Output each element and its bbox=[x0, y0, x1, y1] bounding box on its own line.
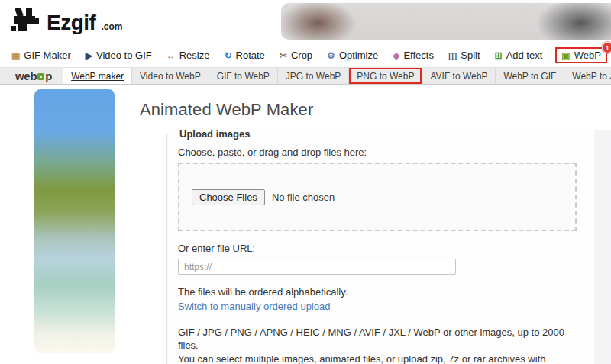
webp-logo-text-p: p bbox=[45, 69, 52, 82]
split-icon: ◫ bbox=[448, 51, 457, 60]
add-text-icon: ⊞ bbox=[495, 51, 503, 60]
nav-item-webp[interactable]: ▣ WebP 1 bbox=[555, 47, 607, 63]
main-nav: ▦ GIF Maker ▶ Video to GIF ↔ Resize ↻ Ro… bbox=[0, 45, 611, 66]
formats-line-1: GIF / JPG / PNG / APNG / HEIC / MNG / AV… bbox=[178, 326, 580, 353]
sidebar-ad-blurred bbox=[34, 89, 115, 353]
tab-jpg-to-webp[interactable]: JPG to WebP bbox=[278, 68, 349, 84]
tab-list: WebP maker Video to WebP GIF to WebP JPG… bbox=[63, 68, 611, 84]
file-dropzone[interactable]: Choose Files No file chosen bbox=[178, 163, 577, 231]
step-1-badge: 1 bbox=[602, 42, 611, 53]
tab-video-to-webp[interactable]: Video to WebP bbox=[132, 68, 209, 84]
url-row: Or enter file URL: bbox=[178, 243, 580, 275]
tab-webp-maker[interactable]: WebP maker bbox=[63, 68, 132, 84]
dropzone-label: Choose, paste, or drag and drop files he… bbox=[178, 147, 580, 158]
switch-order-link[interactable]: Switch to manually ordered upload bbox=[178, 301, 330, 312]
nav-item-crop[interactable]: ✂ Crop bbox=[280, 50, 312, 61]
nav-item-add-text[interactable]: ⊞ Add text bbox=[495, 50, 543, 61]
formats-info: GIF / JPG / PNG / APNG / HEIC / MNG / AV… bbox=[178, 326, 580, 364]
page-title: Animated WebP Maker bbox=[140, 100, 598, 120]
nav-item-effects[interactable]: ◈ Effects bbox=[393, 50, 434, 61]
choose-files-button[interactable]: Choose Files bbox=[192, 189, 265, 205]
formats-line-2: You can select multiple images, animated… bbox=[178, 353, 580, 364]
tab-png-to-webp[interactable]: PNG to WebP bbox=[349, 68, 422, 84]
url-label: Or enter file URL: bbox=[178, 243, 580, 254]
top-banner-ad-blurred bbox=[281, 3, 611, 40]
brand-tld: .com bbox=[101, 21, 122, 34]
resize-icon: ↔ bbox=[166, 51, 176, 60]
webp-logo-text-web: web bbox=[15, 69, 37, 82]
right-gutter bbox=[594, 130, 611, 364]
tab-avif-to-webp[interactable]: AVIF to WebP bbox=[422, 68, 496, 84]
order-note: The files will be ordered alphabetically… bbox=[178, 286, 580, 298]
nav-item-rotate[interactable]: ↻ Rotate bbox=[224, 50, 264, 61]
file-status-text: No file chosen bbox=[272, 192, 335, 203]
webp-icon: ▣ bbox=[561, 51, 570, 60]
tab-webp-to-jpg[interactable]: WebP to JPG bbox=[564, 68, 611, 84]
brand-name: Ezgif bbox=[47, 12, 95, 34]
nav-item-split[interactable]: ◫ Split bbox=[448, 50, 480, 61]
webp-tool-tabbar: webp WebP maker Video to WebP GIF to Web… bbox=[0, 67, 611, 85]
video-icon: ▶ bbox=[86, 51, 92, 60]
upload-fieldset: Upload images Choose, paste, or drag and… bbox=[166, 128, 593, 364]
webp-logo-square-icon bbox=[37, 73, 44, 80]
tab-webp-to-gif[interactable]: WebP to GIF bbox=[496, 68, 564, 84]
upload-legend: Upload images bbox=[176, 128, 253, 140]
site-logo[interactable]: Ezgif.com bbox=[11, 8, 122, 34]
ezgif-logo-icon bbox=[11, 8, 41, 34]
effects-icon: ◈ bbox=[393, 51, 399, 60]
optimize-icon: ⚙ bbox=[327, 51, 335, 60]
crop-icon: ✂ bbox=[280, 51, 287, 60]
nav-item-gif-maker[interactable]: ▦ GIF Maker bbox=[11, 50, 71, 61]
nav-item-optimize[interactable]: ⚙ Optimize bbox=[327, 50, 378, 61]
nav-item-resize[interactable]: ↔ Resize bbox=[166, 50, 210, 61]
file-url-input[interactable] bbox=[178, 259, 456, 275]
main-content: Animated WebP Maker Upload images Choose… bbox=[140, 92, 598, 364]
image-icon: ▦ bbox=[11, 51, 20, 60]
rotate-icon: ↻ bbox=[224, 51, 231, 60]
tab-gif-to-webp[interactable]: GIF to WebP bbox=[209, 68, 278, 84]
webp-logo: webp bbox=[0, 68, 63, 84]
nav-item-video-to-gif[interactable]: ▶ Video to GIF bbox=[86, 50, 152, 61]
